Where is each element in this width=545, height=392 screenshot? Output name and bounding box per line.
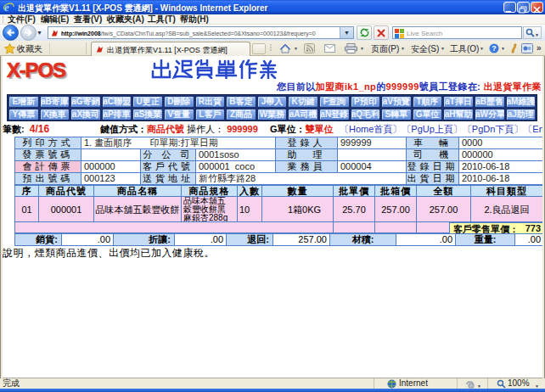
svg-text:?: ?	[492, 44, 497, 53]
svg-text:e: e	[4, 1, 9, 14]
